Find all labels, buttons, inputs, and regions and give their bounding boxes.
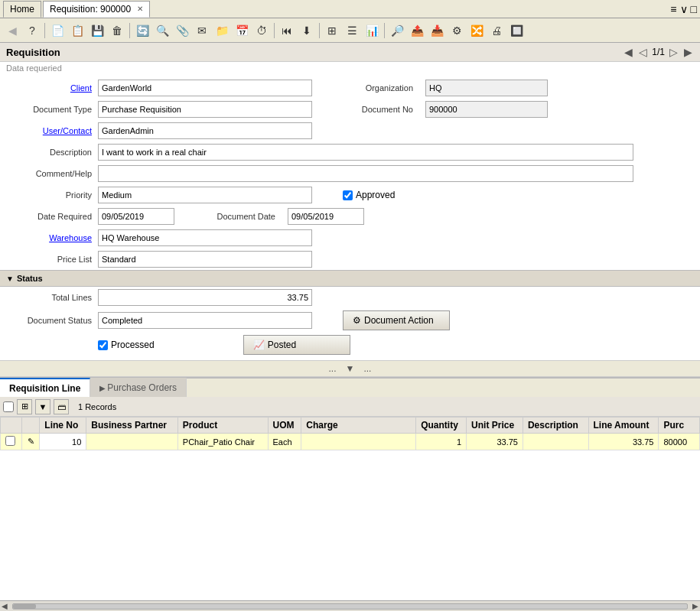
home-tab[interactable]: Home [3,1,41,18]
history-btn[interactable]: ⏱ [252,21,271,40]
refresh-btn[interactable]: 🔄 [133,21,151,40]
section-header: Requisition ◀ ◁ 1/1 ▷ ▶ [0,43,700,62]
menu-icon[interactable]: ≡ [670,3,676,15]
chart-btn[interactable]: 📊 [363,21,381,40]
disabled-btn: 🔲 [507,21,526,40]
new-record-btn[interactable]: 📄 [48,21,67,40]
doctype-input[interactable] [98,101,312,118]
archive-btn[interactable]: 📁 [213,21,231,40]
horizontal-scrollbar[interactable]: ◀ ▶ [0,600,700,611]
client-label[interactable]: Client [6,83,98,93]
row-purch: 80000 [659,434,700,450]
find-btn[interactable]: 🔍 [153,21,171,40]
grid-view-toggle-btn[interactable]: ⊞ [17,399,32,414]
purchase-orders-tab-label: Purchase Orders [107,382,177,393]
export-btn[interactable]: 📤 [408,21,426,40]
tab-bar: Home Requisition: 900000 ✕ ≡ ∨ □ [0,0,700,18]
tab-bar-controls: ≡ ∨ □ [670,3,700,15]
docstatus-input[interactable] [98,312,312,329]
processed-checkbox[interactable] [98,340,108,350]
docstatus-row: Document Status ⚙ Document Action [0,308,700,333]
calendar-btn[interactable]: 📅 [233,21,251,40]
dots-1: ... [329,363,337,374]
pricelist-input[interactable] [98,251,312,268]
client-input[interactable] [98,80,312,96]
row-checkbox[interactable] [5,436,15,446]
approved-label: Approved [356,190,395,200]
minimize-icon[interactable]: ∨ [680,3,688,15]
form-view-btn[interactable]: ☰ [343,21,361,40]
settings-btn[interactable]: ⚙ [448,21,466,40]
maximize-icon[interactable]: □ [691,3,697,15]
nav-fwd-btn[interactable]: ▷ [668,46,679,58]
nav-next-btn[interactable]: ▶ [682,46,694,58]
report-btn[interactable]: 🔎 [388,21,406,40]
scroll-right-btn[interactable]: ▶ [691,602,700,610]
nav-down-btn[interactable]: ⬇ [298,21,316,40]
print-btn[interactable]: 🖨 [487,21,506,40]
help-btn[interactable]: ? [23,21,41,40]
col-header-check [1,418,22,434]
warehouse-input[interactable] [98,229,312,246]
priority-input[interactable] [98,187,312,203]
col-header-uom: UOM [268,418,301,434]
status-collapsible[interactable]: ▼ Status [0,270,700,287]
sep2 [129,23,130,38]
docno-input [425,101,548,118]
copy-btn[interactable]: 📋 [68,21,86,40]
attach-btn[interactable]: 📎 [173,21,191,40]
warehouse-label[interactable]: Warehouse [6,233,98,242]
table-row[interactable]: ✎ 10 PChair_Patio Chair Each 1 33.75 33.… [1,434,700,450]
row-product: PChair_Patio Chair [177,434,268,450]
doctype-label: Document Type [6,105,98,114]
documentdate-group: Document Date [205,208,364,225]
nav-prev-btn[interactable]: ◀ [623,46,634,58]
documentdate-input[interactable] [288,208,364,225]
grid-filter-btn[interactable]: ▼ [35,399,50,414]
data-table: Line No Business Partner Product UOM Cha… [0,417,700,450]
pricelist-label: Price List [6,255,98,264]
workflow-btn[interactable]: 🔀 [467,21,486,40]
tab-purchase-orders[interactable]: ▶ Purchase Orders [90,378,187,398]
commenthelp-label: Comment/Help [6,169,98,178]
description-input[interactable] [98,144,633,161]
scroll-left-btn[interactable]: ◀ [0,602,9,610]
approved-checkbox[interactable] [343,190,353,200]
back-btn[interactable]: ◀ [3,21,21,40]
col-header-edit [21,418,40,434]
nav-first-btn[interactable]: ⏮ [278,21,296,40]
save-btn[interactable]: 💾 [88,21,106,40]
posted-btn[interactable]: 📈 Posted [243,335,350,355]
sep3 [274,23,275,38]
scrollbar-thumb[interactable] [13,604,36,609]
dots-separator: ... ▼ ... [0,360,700,377]
usercontact-input[interactable] [98,122,312,139]
daterequired-input[interactable] [98,208,174,225]
top-form: Requisition ◀ ◁ 1/1 ▷ ▶ Data requeried C… [0,43,700,377]
warehouse-row: Warehouse [0,227,700,249]
document-action-btn[interactable]: ⚙ Document Action [343,310,450,330]
dots-nav: ▼ [346,363,355,374]
delete-btn[interactable]: 🗑 [108,21,126,40]
row-edit-icon[interactable]: ✎ [21,434,40,450]
grid-view-btn[interactable]: ⊞ [323,21,341,40]
nav-back-btn[interactable]: ◁ [637,46,649,58]
active-tab[interactable]: Requisition: 900000 ✕ [43,1,150,18]
import-btn[interactable]: 📥 [428,21,446,40]
col-header-purch: Purc [659,418,700,434]
commenthelp-input[interactable] [98,165,633,182]
close-tab-icon[interactable]: ✕ [137,5,143,13]
usercontact-label[interactable]: User/Contact [6,126,98,135]
scrollbar-track[interactable] [12,603,688,609]
requisition-section: Requisition ◀ ◁ 1/1 ▷ ▶ Data requeried C… [0,43,700,611]
col-header-unitprice: Unit Price [467,418,523,434]
organization-input[interactable] [425,80,548,96]
priority-row: Priority Approved [0,184,700,206]
tab-requisition-line[interactable]: Requisition Line [0,378,90,398]
chart-icon: 📈 [253,340,265,350]
note-btn[interactable]: ✉ [193,21,211,40]
main-content: Requisition ◀ ◁ 1/1 ▷ ▶ Data requeried C… [0,43,700,611]
grid-new-row-btn[interactable]: 🗃 [54,399,69,414]
sep4 [319,23,320,38]
select-all-checkbox[interactable] [3,401,14,412]
